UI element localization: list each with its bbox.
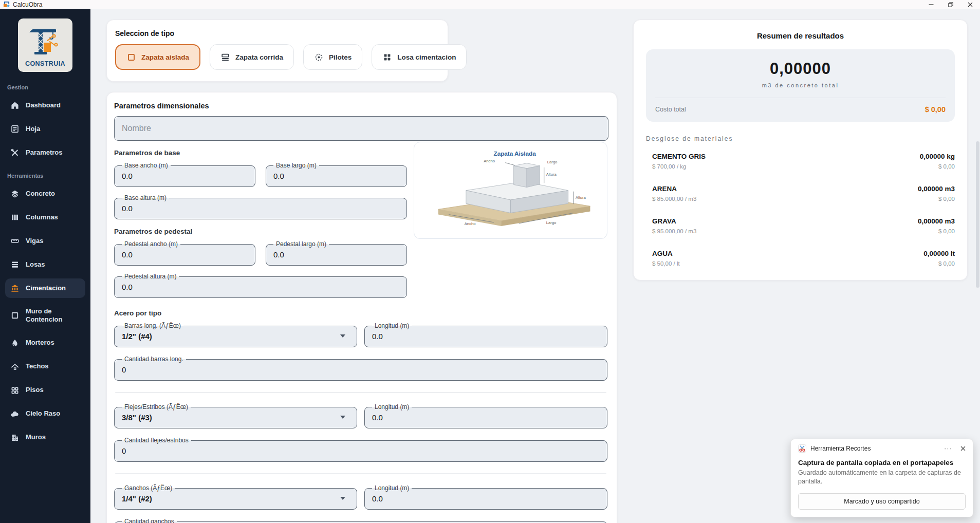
building-icon (10, 433, 20, 442)
restore-button[interactable] (941, 0, 960, 9)
chevron-down-icon (340, 334, 345, 338)
toast-close-icon[interactable] (960, 446, 966, 451)
pedestal-section-title: Parametros de pedestal (114, 228, 407, 235)
field-cantidad-barras: Cantidad barras long. (114, 356, 607, 381)
results-card: Resumen de resultados 0,00000 m3 de conc… (633, 20, 968, 281)
pedestal-largo-input[interactable] (272, 248, 400, 261)
total-concrete-value: 0,00000 (655, 60, 946, 78)
window-titlebar: CalcuObra (0, 0, 980, 9)
type-option-zapata-aislada[interactable]: Zapata aislada (115, 44, 200, 70)
material-unit-price: $ 50,00 / lt (652, 260, 680, 267)
nombre-input[interactable] (114, 116, 608, 141)
field-pedestal-ancho: Pedestal ancho (m) (114, 240, 255, 266)
field-base-altura: Base altura (m) (114, 194, 407, 219)
flejes-longitud-input[interactable] (371, 410, 601, 424)
sidebar-item-muro-de-contencion[interactable]: Muro de Contencion (5, 302, 85, 329)
material-row-cemento: CEMENTO GRIS 0,00000 kg $ 700,00 / kg $ … (646, 153, 955, 170)
field-base-ancho: Base ancho (m) (114, 162, 255, 187)
material-unit-price: $ 95.000,00 / m3 (652, 228, 696, 234)
sidebar-item-vigas[interactable]: Vigas (5, 231, 85, 251)
material-unit-price: $ 700,00 / kg (652, 163, 687, 170)
bank-icon (10, 284, 20, 293)
sidebar-item-parametros[interactable]: Parametros (5, 143, 85, 162)
type-option-label: Zapata aislada (141, 53, 189, 61)
sidebar-item-morteros[interactable]: Morteros (5, 333, 85, 353)
sidebar-item-label: Vigas (26, 237, 43, 245)
sidebar-item-cielo-raso[interactable]: Cielo Raso (5, 404, 85, 424)
diagram-title: Zapata Aislada (494, 150, 537, 157)
total-divider (655, 98, 946, 98)
sidebar-item-dashboard[interactable]: Dashboard (5, 96, 85, 115)
field-flejes-select[interactable]: Flejes/Estribos (ÃƒËœ) 3/8" (#3) (114, 403, 357, 428)
field-label: Pedestal altura (m) (122, 273, 179, 280)
sidebar-item-label: Columnas (26, 213, 58, 221)
sidebar-item-losas[interactable]: Losas (5, 255, 85, 274)
sidebar-item-label: Techos (26, 362, 49, 370)
type-selector-card: Seleccion de tipo Zapata aislada Zapata … (106, 20, 448, 82)
base-altura-input[interactable] (121, 201, 400, 215)
sidebar-item-muros[interactable]: Muros (5, 428, 85, 447)
base-section-title: Parametros de base (114, 149, 407, 157)
base-largo-input[interactable] (272, 169, 400, 182)
sidebar-item-cimentacion[interactable]: Cimentacion (5, 278, 85, 298)
pedestal-altura-input[interactable] (121, 280, 400, 293)
field-label: Cantidad barras long. (122, 356, 186, 363)
horizontal-split-icon (220, 52, 230, 62)
field-label: Base altura (m) (122, 194, 169, 201)
minimize-button[interactable] (921, 0, 941, 9)
material-qty: 0,00000 m3 (918, 185, 955, 193)
field-label: Flejes/Estribos (ÃƒËœ) (122, 403, 191, 410)
field-label: Longitud (m) (372, 322, 412, 329)
type-option-zapata-corrida[interactable]: Zapata corrida (210, 44, 294, 70)
roof-icon (10, 362, 20, 371)
sidebar-item-techos[interactable]: Techos (5, 357, 85, 377)
scrollbar-thumb[interactable] (976, 141, 979, 288)
type-option-pilotes[interactable]: Pilotes (303, 44, 362, 70)
sidebar-item-pisos[interactable]: Pisos (5, 381, 85, 400)
parameters-title: Parametros dimensionales (114, 102, 607, 110)
material-row-arena: ARENA 0,00000 m3 $ 85.000,00 / m3 $ 0,00 (646, 185, 955, 202)
material-name: CEMENTO GRIS (652, 153, 706, 160)
close-button[interactable] (960, 0, 980, 9)
diagram-label-altura-base: Altura (576, 195, 586, 200)
field-barras-longitud: Longitud (m) (364, 322, 607, 347)
base-ancho-input[interactable] (121, 169, 249, 182)
ganchos-longitud-input[interactable] (371, 492, 601, 505)
field-label: Ganchos (ÃƒËœ) (122, 484, 175, 492)
square-outline-icon (126, 52, 136, 62)
more-options-icon[interactable]: ··· (944, 446, 952, 451)
sidebar-item-label: Morteros (26, 339, 54, 347)
cost-total-value: $ 0,00 (925, 105, 946, 114)
markup-share-button[interactable]: Marcado y uso compartido (798, 493, 966, 510)
field-barras-long-select[interactable]: Barras long. (ÃƒËœ) 1/2" (#4) (114, 322, 357, 347)
cloud-icon (10, 409, 20, 419)
diagram-label-ancho-base: Ancho (465, 221, 476, 226)
cantidad-flejes-input[interactable] (121, 444, 601, 457)
tools-icon (10, 148, 20, 157)
acero-section-title: Acero por tipo (114, 309, 607, 317)
type-options: Zapata aislada Zapata corrida Pilotes Lo… (115, 44, 436, 70)
field-ganchos-select[interactable]: Ganchos (ÃƒËœ) 1/4" (#2) (114, 484, 357, 510)
sidebar-item-columnas[interactable]: Columnas (5, 208, 85, 227)
type-option-losa-cimentacion[interactable]: Losa cimentacion (372, 44, 467, 70)
logo-wordmark: CONSTRUIA (25, 60, 65, 67)
material-cost: $ 0,00 (938, 228, 955, 234)
target-icon (314, 52, 324, 62)
sidebar-item-hoja[interactable]: Hoja (5, 119, 85, 139)
field-label: Longitud (m) (372, 484, 412, 492)
pedestal-ancho-input[interactable] (121, 248, 249, 261)
material-cost: $ 0,00 (938, 163, 955, 170)
material-name: AGUA (652, 250, 673, 257)
material-cost: $ 0,00 (938, 260, 955, 267)
sidebar: CONSTRUIA Gestion Dashboard Hoja Paramet… (0, 9, 90, 523)
barras-longitud-input[interactable] (371, 329, 601, 343)
ruler-icon (10, 236, 20, 246)
cantidad-barras-input[interactable] (121, 363, 601, 376)
rows-icon (10, 260, 20, 269)
type-selector-title: Seleccion de tipo (115, 29, 436, 38)
sidebar-item-concreto[interactable]: Concreto (5, 184, 85, 203)
square-outline-icon (10, 311, 20, 320)
field-flejes-longitud: Longitud (m) (364, 403, 607, 428)
snipping-tool-toast: Herramienta Recortes ··· Captura de pant… (790, 439, 973, 517)
home-icon (10, 101, 20, 110)
